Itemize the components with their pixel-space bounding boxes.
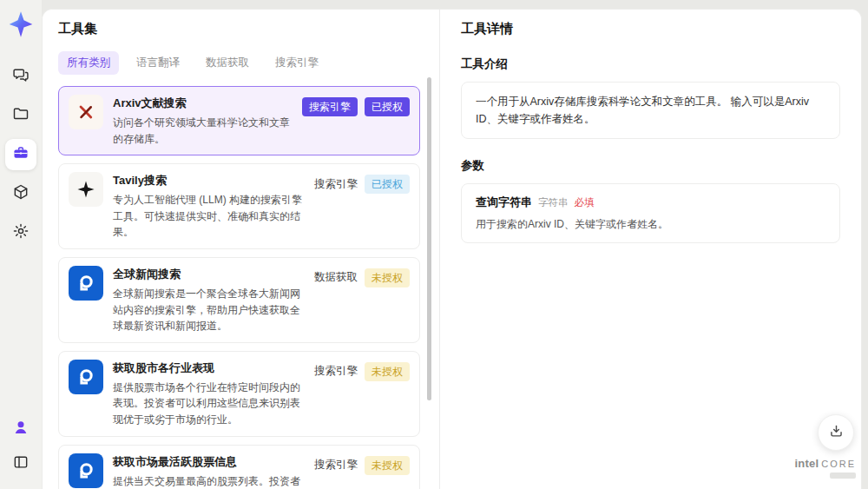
- tool-name: Arxiv文献搜索: [113, 96, 293, 111]
- sparkle-icon: [69, 172, 103, 207]
- category-tab[interactable]: 语言翻译: [128, 51, 188, 75]
- folder-icon: [12, 105, 30, 126]
- params-heading: 参数: [461, 158, 840, 174]
- user-icon: [12, 419, 30, 439]
- tool-auth-badge: 已授权: [365, 175, 410, 194]
- tool-list-item[interactable]: Arxiv文献搜索 访问各个研究领域大量科学论文和文章的存储库。 搜索引擎 已授…: [58, 86, 420, 155]
- tool-category-badge: 搜索引擎: [314, 364, 358, 379]
- param-type: 字符串: [538, 196, 569, 209]
- list-scrollbar[interactable]: [427, 77, 431, 400]
- details-title: 工具详情: [461, 21, 840, 37]
- news-bubble-icon: [69, 360, 103, 394]
- tool-category-badge: 数据获取: [314, 270, 358, 285]
- tool-auth-badge: 未授权: [365, 362, 410, 381]
- sidebar-item-cube[interactable]: [5, 178, 36, 209]
- tool-list-item[interactable]: 全球新闻搜索 全球新闻搜索是一个聚合全球各大新闻网站内容的搜索引擎，帮助用户快速…: [58, 257, 420, 343]
- chat-icon: [12, 66, 30, 87]
- sidebar-item-user[interactable]: [8, 416, 34, 442]
- tool-description: 提供当天交易量最高的股票列表。投资者可以利用这些信息来识别流动性强的股票和潜在的…: [113, 473, 305, 489]
- tool-name: 全球新闻搜索: [113, 267, 305, 282]
- gear-icon: [12, 222, 30, 243]
- tool-category-badge: 搜索引擎: [314, 458, 358, 472]
- briefcase-icon: [12, 144, 30, 165]
- sidebar-item-chat[interactable]: [5, 61, 36, 92]
- sidebar-item-gear[interactable]: [5, 217, 36, 248]
- tool-list-item[interactable]: 获取股市各行业表现 提供股票市场各个行业在特定时间段内的表现。投资者可以利用这些…: [58, 351, 420, 437]
- sidebar-item-briefcase[interactable]: [5, 139, 36, 170]
- news-bubble-icon: [69, 266, 103, 301]
- cube-icon: [12, 183, 30, 204]
- tool-name: 获取市场最活跃股票信息: [113, 454, 305, 470]
- sidebar-nav: [5, 61, 36, 248]
- sidebar-bottom: [8, 416, 34, 477]
- page-title: 工具集: [58, 21, 420, 37]
- brand-core-text: core: [821, 459, 856, 469]
- tool-auth-badge: 未授权: [365, 456, 410, 475]
- tool-category-badge: 搜索引擎: [302, 97, 358, 116]
- sidebar-item-folder[interactable]: [5, 100, 36, 131]
- app-window: 工具集 所有类别语言翻译数据获取搜索引擎 Arxiv文献搜索 访问各个研究领域大…: [0, 0, 868, 489]
- download-button[interactable]: [818, 414, 854, 451]
- tool-description: 专为人工智能代理 (LLM) 构建的搜索引擎工具。可快速提供实时、准确和真实的结…: [113, 192, 305, 241]
- category-tab[interactable]: 数据获取: [197, 51, 258, 75]
- intro-heading: 工具介绍: [461, 56, 840, 72]
- tool-details-pane: 工具详情 工具介绍 一个用于从Arxiv存储库搜索科学论文和文章的工具。 输入可…: [439, 10, 861, 489]
- arxiv-icon: [69, 95, 103, 129]
- param-required-flag: 必填: [575, 196, 595, 209]
- intel-core-logo: intel core: [794, 457, 856, 479]
- tool-name: 获取股市各行业表现: [113, 360, 305, 376]
- tool-description: 全球新闻搜索是一个聚合全球各大新闻网站内容的搜索引擎，帮助用户快速获取全球最新资…: [113, 286, 305, 334]
- tool-category-badge: 搜索引擎: [314, 177, 358, 192]
- news-bubble-icon: [69, 453, 103, 488]
- tool-auth-badge: 未授权: [365, 268, 410, 287]
- category-tabs: 所有类别语言翻译数据获取搜索引擎: [58, 51, 420, 75]
- toolset-pane: 工具集 所有类别语言翻译数据获取搜索引擎 Arxiv文献搜索 访问各个研究领域大…: [43, 10, 439, 489]
- tool-description: 提供股票市场各个行业在特定时间段内的表现。投资者可以利用这些信息来识别表现优于或…: [113, 380, 305, 428]
- download-icon: [828, 423, 845, 443]
- brand-intel-text: intel: [794, 457, 819, 470]
- intro-card: 一个用于从Arxiv存储库搜索科学论文和文章的工具。 输入可以是Arxiv ID…: [461, 82, 840, 139]
- brand-sub-badge: [830, 472, 856, 479]
- category-tab[interactable]: 搜索引擎: [266, 51, 327, 75]
- tool-list: Arxiv文献搜索 访问各个研究领域大量科学论文和文章的存储库。 搜索引擎 已授…: [58, 86, 420, 489]
- sidebar: [0, 0, 42, 489]
- panel-toggle-icon: [12, 453, 30, 474]
- tool-list-item[interactable]: 获取市场最活跃股票信息 提供当天交易量最高的股票列表。投资者可以利用这些信息来识…: [58, 445, 420, 489]
- param-card: 查询字符串 字符串 必填 用于搜索的Arxiv ID、关键字或作者姓名。: [461, 183, 840, 243]
- app-logo[interactable]: [7, 10, 35, 38]
- sidebar-item-panel-toggle[interactable]: [8, 451, 34, 477]
- param-description: 用于搜索的Arxiv ID、关键字或作者姓名。: [476, 217, 825, 232]
- category-tab[interactable]: 所有类别: [58, 51, 119, 75]
- param-name: 查询字符串: [476, 195, 532, 210]
- tool-name: Tavily搜索: [113, 173, 305, 188]
- intro-text: 一个用于从Arxiv存储库搜索科学论文和文章的工具。 输入可以是Arxiv ID…: [476, 93, 825, 128]
- tool-description: 访问各个研究领域大量科学论文和文章的存储库。: [113, 115, 293, 147]
- tool-auth-badge: 已授权: [365, 97, 410, 116]
- tool-list-item[interactable]: Tavily搜索 专为人工智能代理 (LLM) 构建的搜索引擎工具。可快速提供实…: [58, 163, 420, 249]
- main-card: 工具集 所有类别语言翻译数据获取搜索引擎 Arxiv文献搜索 访问各个研究领域大…: [42, 9, 862, 489]
